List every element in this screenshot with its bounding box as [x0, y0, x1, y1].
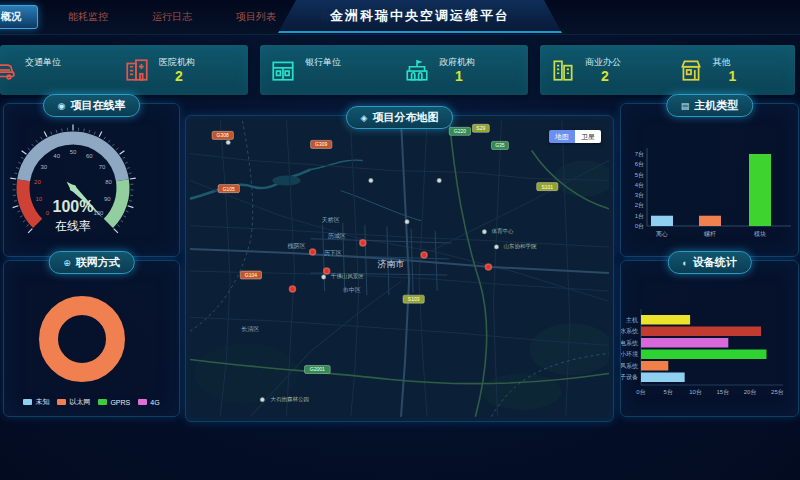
tab-overview[interactable]: 概况 — [0, 5, 38, 29]
legend-label: 以太网 — [69, 397, 90, 407]
tab-energy-monitor[interactable]: 能耗监控 — [68, 10, 108, 24]
panel-project-map: ◈ 项目分布地图 — [185, 115, 614, 422]
hbar-category-label: 水系统 — [621, 327, 639, 335]
stat-office: 商业办公 2 — [540, 56, 668, 84]
poi-dot — [482, 230, 486, 234]
panel-online-rate-header: ◉ 项目在线率 — [43, 94, 141, 117]
legend-swatch — [138, 399, 147, 405]
top-nav-bar: 概况 能耗监控 运行日志 项目列表 视频监控 金洲科瑞中央空调运维平台 — [0, 0, 800, 35]
poi-dot — [369, 178, 373, 182]
poi-dot — [494, 245, 498, 249]
panel-network-type: ⊕ 联网方式 未知以太网GPRS4G — [3, 260, 180, 417]
map-layer-switcher: 地图 卫星 — [549, 130, 601, 143]
project-marker[interactable] — [485, 264, 491, 270]
map-pin-icon: ◈ — [361, 113, 368, 123]
svg-text:1台: 1台 — [635, 213, 644, 220]
page-title: 金洲科瑞中央空调运维平台 — [330, 7, 510, 25]
svg-text:G220: G220 — [454, 128, 466, 134]
panel-title: 项目在线率 — [70, 98, 125, 113]
bar — [749, 154, 771, 226]
government-icon — [404, 57, 430, 83]
svg-text:3台: 3台 — [635, 192, 644, 199]
stat-transport: 交通单位 — [0, 56, 114, 84]
poi-dot — [321, 275, 325, 279]
svg-text:20台: 20台 — [744, 389, 757, 396]
district-label: 长清区 — [241, 325, 259, 332]
panel-device-stats: ◐ 设备统计 主机水系统电系统小环境风系统子设备0台5台10台15台20台25台 — [620, 260, 799, 417]
poi-label: 山东协和学院 — [503, 243, 537, 250]
link-icon: ◉ — [58, 101, 66, 111]
svg-text:S29: S29 — [476, 125, 485, 131]
district-label: 槐荫区 — [287, 242, 305, 250]
svg-text:S103: S103 — [408, 296, 420, 302]
stat-count: 1 — [455, 69, 475, 84]
gauge-label: 在线率 — [55, 219, 91, 233]
city-label: 济南市 — [377, 259, 404, 269]
bar — [641, 327, 761, 337]
network-donut-chart — [4, 261, 179, 416]
bank-icon — [270, 57, 296, 83]
svg-text:4台: 4台 — [635, 182, 644, 189]
bar — [641, 373, 685, 383]
svg-text:70: 70 — [99, 164, 106, 170]
tab-run-log[interactable]: 运行日志 — [152, 10, 192, 24]
district-label: 历城区 — [328, 232, 346, 240]
legend-item[interactable]: 以太网 — [57, 397, 90, 407]
panel-host-type: ▤ 主机类型 0台1台2台3台4台5台6台7台离心螺杆模块 — [620, 103, 799, 257]
network-legend: 未知以太网GPRS4G — [4, 397, 179, 407]
project-marker[interactable] — [310, 249, 316, 255]
svg-text:10: 10 — [35, 196, 42, 202]
project-marker[interactable] — [360, 240, 366, 246]
tab-project-list[interactable]: 项目列表 — [236, 10, 276, 24]
svg-text:80: 80 — [105, 179, 112, 185]
panel-network-header: ⊕ 联网方式 — [48, 251, 135, 274]
stat-card-office-other: 商业办公 2 其他 1 — [540, 45, 795, 95]
hospital-icon — [124, 57, 150, 83]
bar-category-label: 螺杆 — [704, 230, 716, 237]
donut-slice — [49, 306, 116, 373]
hbar-category-label: 电系统 — [621, 339, 639, 347]
pie-icon: ◐ — [682, 258, 687, 268]
svg-text:G308: G308 — [217, 132, 229, 138]
panel-title: 设备统计 — [693, 255, 737, 270]
stat-hospital: 医院机构 2 — [114, 56, 248, 84]
stat-other: 其他 1 — [668, 56, 796, 84]
svg-text:0台: 0台 — [635, 223, 644, 230]
svg-text:5台: 5台 — [664, 389, 673, 396]
svg-text:10台: 10台 — [689, 389, 702, 396]
project-map[interactable]: G308G309G105G220S29G35G2001S101S103G104济… — [190, 120, 609, 417]
legend-item[interactable]: 4G — [138, 397, 159, 407]
svg-text:S101: S101 — [541, 184, 553, 190]
monitor-icon: ▤ — [681, 101, 690, 111]
legend-label: GPRS — [110, 399, 130, 406]
globe-icon: ⊕ — [63, 258, 71, 268]
poi-label: 体育中心 — [491, 228, 514, 234]
panel-device-header: ◐ 设备统计 — [667, 251, 751, 274]
svg-text:15台: 15台 — [716, 389, 729, 396]
poi-dot — [226, 140, 230, 144]
legend-item[interactable]: GPRS — [98, 397, 130, 407]
district-label: 天桥区 — [322, 216, 340, 223]
project-marker[interactable] — [289, 286, 295, 292]
poi-dot — [405, 220, 409, 224]
legend-swatch — [98, 399, 107, 405]
project-marker[interactable] — [421, 252, 427, 258]
legend-item[interactable]: 未知 — [23, 397, 49, 407]
stat-count: 2 — [175, 69, 195, 84]
panel-title: 项目分布地图 — [372, 110, 438, 125]
bar — [699, 216, 721, 226]
stat-card-transport-hospital: 交通单位 医院机构 2 — [0, 45, 248, 95]
bar — [641, 315, 690, 325]
svg-text:G309: G309 — [315, 141, 327, 147]
map-mode-button[interactable]: 地图 — [549, 130, 575, 143]
satellite-mode-button[interactable]: 卫星 — [575, 130, 601, 143]
bar — [641, 338, 728, 348]
svg-text:2台: 2台 — [635, 202, 644, 209]
panel-title: 主机类型 — [694, 98, 738, 113]
poi-dot — [260, 397, 264, 401]
project-marker[interactable] — [324, 268, 330, 274]
district-label: 历下区 — [324, 249, 342, 257]
bar — [641, 361, 668, 371]
stat-label: 交通单位 — [25, 56, 61, 69]
car-icon — [0, 57, 16, 83]
